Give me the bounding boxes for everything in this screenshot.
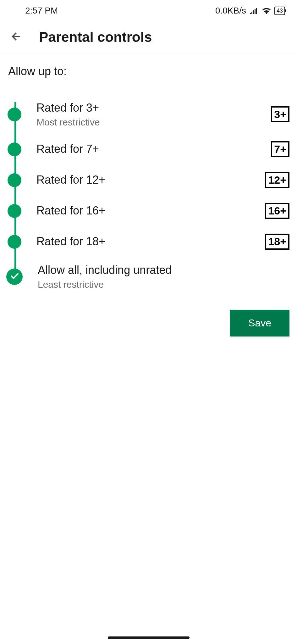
rating-badge: 16+ [265, 203, 289, 219]
rating-option-allow-all[interactable]: Allow all, including unrated Least restr… [8, 257, 289, 296]
rating-title: Rated for 18+ [36, 234, 265, 249]
content: Allow up to: Rated for 3+ Most restricti… [0, 55, 297, 296]
status-bar: 2:57 PM 0.0KB/s 43 [0, 0, 297, 21]
footer: Save [0, 300, 297, 346]
rating-option-12plus[interactable]: Rated for 12+ 12+ [8, 165, 289, 196]
arrow-left-icon [10, 30, 23, 44]
section-label: Allow up to: [8, 65, 289, 78]
rating-option-7plus[interactable]: Rated for 7+ 7+ [8, 134, 289, 165]
rating-badge: 3+ [271, 106, 289, 122]
rating-text: Rated for 18+ [36, 234, 265, 249]
rating-text: Rated for 3+ Most restrictive [36, 101, 271, 128]
status-right: 0.0KB/s 43 [215, 6, 285, 16]
rating-dot-icon [8, 204, 21, 218]
rating-text: Rated for 12+ [36, 173, 265, 187]
back-button[interactable] [8, 28, 25, 46]
signal-icon [249, 7, 259, 14]
battery-level: 43 [277, 8, 283, 14]
rating-text: Rated for 16+ [36, 203, 265, 218]
status-time: 2:57 PM [25, 6, 58, 16]
rating-option-18plus[interactable]: Rated for 18+ 18+ [8, 226, 289, 257]
rating-dot-icon [8, 142, 21, 156]
rating-dot-icon [8, 173, 21, 187]
save-button[interactable]: Save [230, 310, 289, 336]
rating-option-3plus[interactable]: Rated for 3+ Most restrictive 3+ [8, 95, 289, 134]
rating-subtitle: Most restrictive [36, 116, 271, 128]
rating-badge: 12+ [265, 172, 289, 188]
rating-title: Allow all, including unrated [38, 263, 289, 278]
rating-badge: 18+ [265, 234, 289, 250]
rating-dot-selected-icon [6, 269, 23, 285]
page-title: Parental controls [39, 29, 152, 45]
status-data-rate: 0.0KB/s [215, 6, 246, 16]
rating-text: Allow all, including unrated Least restr… [38, 263, 289, 291]
home-indicator[interactable] [108, 636, 190, 639]
rating-title: Rated for 7+ [36, 142, 271, 157]
rating-option-16plus[interactable]: Rated for 16+ 16+ [8, 196, 289, 226]
rating-title: Rated for 3+ [36, 101, 271, 115]
rating-badge: 7+ [271, 141, 289, 157]
rating-title: Rated for 12+ [36, 173, 265, 187]
rating-list: Rated for 3+ Most restrictive 3+ Rated f… [8, 95, 289, 296]
rating-title: Rated for 16+ [36, 203, 265, 218]
wifi-icon [262, 7, 271, 14]
rating-subtitle: Least restrictive [38, 278, 289, 291]
rating-dot-icon [8, 108, 21, 121]
battery-icon: 43 [274, 7, 285, 15]
rating-dot-icon [8, 235, 21, 249]
check-icon [10, 271, 19, 282]
rating-text: Rated for 7+ [36, 142, 271, 157]
app-header: Parental controls [0, 21, 297, 55]
